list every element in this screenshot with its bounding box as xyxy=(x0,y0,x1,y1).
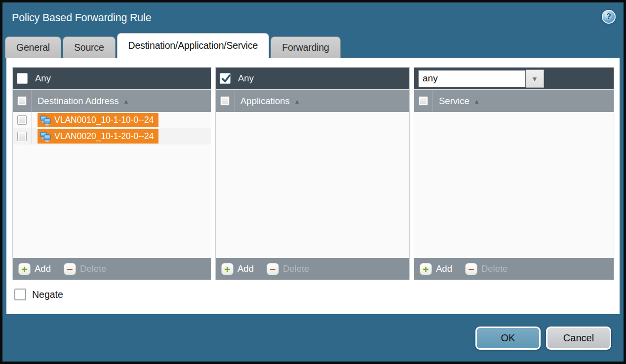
ok-button-label: OK xyxy=(501,332,515,344)
destination-address-list: VLAN0010_10-1-10-0--24 xyxy=(13,112,211,258)
cancel-button-label: Cancel xyxy=(563,332,594,344)
destination-panel-footer: + Add − Delete xyxy=(13,258,211,280)
tab-source-label: Source xyxy=(74,42,104,53)
delete-button-label: Delete xyxy=(283,263,309,274)
tab-bar: General Source Destination/Application/S… xyxy=(2,33,624,58)
delete-button-label: Delete xyxy=(481,263,508,274)
help-icon[interactable]: ? xyxy=(602,10,616,24)
table-row[interactable]: VLAN0020_10-1-20-0--24 xyxy=(13,128,211,145)
service-select-all-checkbox[interactable] xyxy=(419,96,428,106)
row-checkbox[interactable] xyxy=(17,132,27,141)
service-any-header: ▼ xyxy=(414,68,614,90)
service-header-checkbox-cell xyxy=(414,90,433,112)
destination-column-header[interactable]: Destination Address ▲ xyxy=(13,90,211,112)
delete-button[interactable]: − Delete xyxy=(267,263,309,275)
row-checkbox-cell xyxy=(13,112,32,128)
dialog-title: Policy Based Forwarding Rule xyxy=(12,12,151,24)
add-button[interactable]: + Add xyxy=(18,263,51,275)
add-plus-icon: + xyxy=(221,263,234,275)
negate-checkbox[interactable] xyxy=(14,289,26,300)
negate-row: Negate xyxy=(14,289,620,300)
add-button[interactable]: + Add xyxy=(420,263,452,275)
tab-content-area: Any Destination Address ▲ xyxy=(6,58,620,314)
applications-any-checkbox[interactable] xyxy=(220,73,231,84)
row-checkbox-cell xyxy=(13,128,32,145)
delete-minus-icon: − xyxy=(64,263,76,275)
tab-destination-application-service[interactable]: Destination/Application/Service xyxy=(117,33,270,58)
address-object-chip[interactable]: VLAN0020_10-1-20-0--24 xyxy=(38,129,158,144)
destination-column-label: Destination Address xyxy=(38,96,119,107)
applications-column-label: Applications xyxy=(240,96,290,107)
row-checkbox[interactable] xyxy=(17,115,27,125)
ok-button[interactable]: OK xyxy=(475,327,541,350)
delete-minus-icon: − xyxy=(465,263,477,275)
network-address-icon xyxy=(39,114,51,126)
applications-header-checkbox-cell xyxy=(216,90,235,112)
address-object-label: VLAN0020_10-1-20-0--24 xyxy=(54,131,154,142)
service-dropdown-input[interactable] xyxy=(418,70,526,87)
panels-row: Any Destination Address ▲ xyxy=(6,58,620,280)
table-row[interactable]: VLAN0010_10-1-10-0--24 xyxy=(13,112,211,128)
address-object-chip[interactable]: VLAN0010_10-1-10-0--24 xyxy=(38,113,158,127)
cancel-button[interactable]: Cancel xyxy=(546,327,611,350)
destination-select-all-checkbox[interactable] xyxy=(17,96,27,106)
policy-based-forwarding-dialog: Policy Based Forwarding Rule ? General S… xyxy=(0,0,626,364)
sort-ascending-icon[interactable]: ▲ xyxy=(474,97,480,105)
tab-forwarding[interactable]: Forwarding xyxy=(271,36,341,58)
applications-column-header[interactable]: Applications ▲ xyxy=(216,90,409,112)
add-button-label: Add xyxy=(436,263,452,274)
service-panel-footer: + Add − Delete xyxy=(414,258,614,280)
applications-select-all-checkbox[interactable] xyxy=(220,96,230,106)
sort-ascending-icon[interactable]: ▲ xyxy=(294,97,300,105)
delete-button-label: Delete xyxy=(80,263,106,274)
add-button[interactable]: + Add xyxy=(221,263,254,275)
service-dropdown: ▼ xyxy=(418,70,544,88)
service-column-header[interactable]: Service ▲ xyxy=(414,90,614,112)
service-dropdown-button[interactable]: ▼ xyxy=(526,70,544,88)
applications-any-header: Any xyxy=(216,68,409,90)
address-object-label: VLAN0010_10-1-10-0--24 xyxy=(54,115,154,125)
negate-label: Negate xyxy=(32,289,63,300)
destination-any-header: Any xyxy=(13,68,211,90)
help-question-glyph: ? xyxy=(606,12,611,21)
tab-forwarding-label: Forwarding xyxy=(282,42,329,53)
delete-button[interactable]: − Delete xyxy=(64,263,106,275)
chevron-down-icon: ▼ xyxy=(531,74,538,83)
destination-any-checkbox[interactable] xyxy=(17,73,28,84)
delete-minus-icon: − xyxy=(267,263,279,275)
tab-general[interactable]: General xyxy=(5,36,61,58)
checkmark-icon xyxy=(221,73,232,84)
add-plus-icon: + xyxy=(18,263,31,275)
network-address-icon xyxy=(39,131,51,143)
applications-list xyxy=(216,112,409,258)
destination-any-label: Any xyxy=(35,73,51,84)
add-button-label: Add xyxy=(35,263,51,274)
add-plus-icon: + xyxy=(420,263,432,275)
delete-button[interactable]: − Delete xyxy=(465,263,508,275)
tab-source[interactable]: Source xyxy=(63,36,116,58)
dialog-titlebar: Policy Based Forwarding Rule ? xyxy=(2,2,624,33)
dialog-action-bar: OK Cancel xyxy=(2,314,624,362)
destination-address-panel: Any Destination Address ▲ xyxy=(12,67,211,280)
tab-destination-application-service-label: Destination/Application/Service xyxy=(128,40,258,51)
applications-panel-footer: + Add − Delete xyxy=(216,258,409,280)
tab-general-label: General xyxy=(16,42,50,53)
service-column-label: Service xyxy=(439,96,470,107)
service-panel: ▼ Service ▲ + Add xyxy=(414,67,614,280)
destination-header-checkbox-cell xyxy=(13,90,32,112)
applications-any-label: Any xyxy=(238,73,254,84)
add-button-label: Add xyxy=(237,263,254,274)
service-list xyxy=(414,112,614,258)
applications-panel: Any Applications ▲ + Add − xyxy=(215,67,410,280)
sort-ascending-icon[interactable]: ▲ xyxy=(123,97,129,105)
